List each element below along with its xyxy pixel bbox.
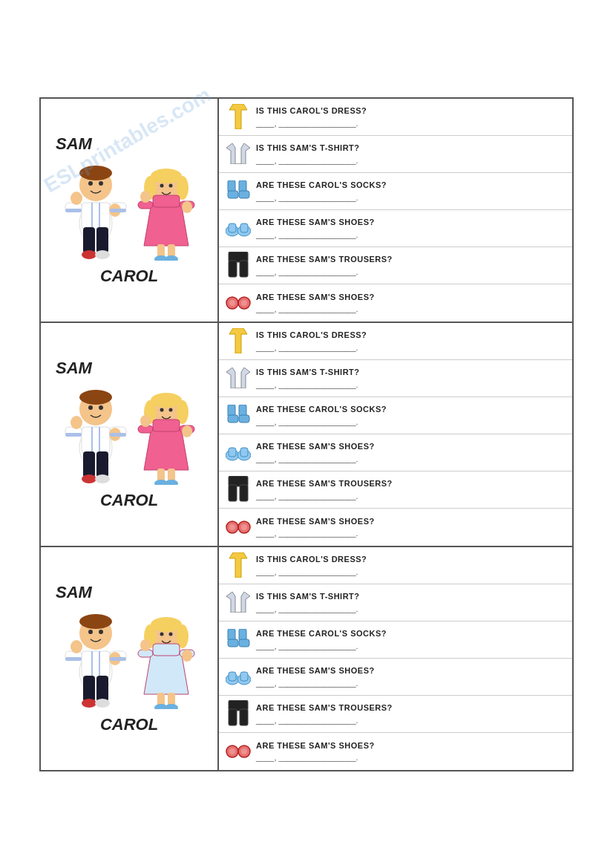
question-row-2: IS THIS SAM'S T-SHIRT? xyxy=(219,584,572,621)
svg-marker-141 xyxy=(226,592,250,613)
svg-rect-13 xyxy=(96,227,108,253)
question-row-5: ARE THESE SAM'S TROUSERS? xyxy=(219,696,572,733)
question-text: ARE THESE SAM'S SHOES? xyxy=(256,441,566,463)
svg-point-57 xyxy=(99,405,103,410)
question-text: ARE THESE SAM'S SHOES? xyxy=(256,217,566,238)
svg-point-110 xyxy=(99,630,103,634)
worksheet: ESLprintables.comSAM xyxy=(39,97,574,771)
answer-blank xyxy=(256,492,566,500)
question-label: IS THIS CAROL'S DRESS? xyxy=(256,105,566,117)
svg-rect-69 xyxy=(65,433,82,437)
dress-icon xyxy=(225,327,252,354)
question-label: ARE THESE SAM'S SHOES? xyxy=(256,665,566,676)
svg-rect-39 xyxy=(239,191,249,198)
svg-rect-123 xyxy=(110,657,126,661)
svg-point-23 xyxy=(169,183,173,187)
question-row-5: ARE THESE SAM'S TROUSERS? xyxy=(219,247,572,284)
dress-icon xyxy=(225,103,252,130)
question-text: ARE THESE SAM'S SHOES? xyxy=(256,516,566,538)
answer-blank xyxy=(256,753,566,762)
girl-character xyxy=(137,388,196,488)
right-panel-2: IS THIS CAROL'S DRESS? IS THIS SAM'S T-S… xyxy=(219,323,572,546)
svg-rect-50 xyxy=(237,301,239,304)
svg-marker-77 xyxy=(144,427,189,470)
svg-point-139 xyxy=(165,704,178,709)
socks-icon xyxy=(225,177,252,204)
svg-marker-130 xyxy=(144,651,189,694)
question-label: ARE THESE SAM'S TROUSERS? xyxy=(256,702,566,714)
trousers-icon xyxy=(225,476,252,503)
question-row-4: ARE THESE SAM'S SHOES? xyxy=(219,659,572,696)
svg-rect-156 xyxy=(237,750,239,753)
answer-blank xyxy=(256,267,566,276)
carol-label: CAROL xyxy=(100,491,158,510)
svg-point-76 xyxy=(169,408,173,411)
svg-rect-94 xyxy=(229,448,236,457)
question-text: IS THIS CAROL'S DRESS? xyxy=(256,330,566,351)
question-label: ARE THESE CAROL'S SOCKS? xyxy=(256,180,566,191)
answer-blank xyxy=(256,567,566,576)
question-label: ARE THESE SAM'S SHOES? xyxy=(256,516,566,527)
question-row-1: IS THIS CAROL'S DRESS? xyxy=(219,547,572,584)
svg-point-56 xyxy=(88,405,93,410)
answer-blank xyxy=(256,304,566,313)
goggles-icon xyxy=(225,738,252,765)
answer-blank xyxy=(256,716,566,725)
svg-point-135 xyxy=(182,650,192,662)
question-row-3: ARE THESE CAROL'S SOCKS? xyxy=(219,621,572,659)
svg-rect-12 xyxy=(83,227,95,253)
question-row-4: ARE THESE SAM'S SHOES? xyxy=(219,210,572,247)
right-panel-3: IS THIS CAROL'S DRESS? IS THIS SAM'S T-S… xyxy=(219,547,572,770)
question-row-2: IS THIS SAM'S T-SHIRT? xyxy=(219,360,572,397)
svg-rect-70 xyxy=(110,433,126,437)
sam-label: SAM xyxy=(56,134,92,154)
svg-rect-46 xyxy=(240,261,248,277)
svg-rect-41 xyxy=(229,223,236,232)
question-row-3: ARE THESE CAROL'S SOCKS? xyxy=(219,397,572,434)
sam-label: SAM xyxy=(56,583,92,602)
question-label: ARE THESE CAROL'S SOCKS? xyxy=(256,404,566,415)
carol-label: CAROL xyxy=(100,715,158,734)
svg-point-29 xyxy=(182,201,192,213)
svg-rect-17 xyxy=(110,209,126,212)
trousers-icon xyxy=(225,252,252,278)
svg-rect-96 xyxy=(240,448,248,457)
answer-blank xyxy=(256,193,566,202)
svg-marker-140 xyxy=(229,552,247,578)
svg-point-10 xyxy=(71,192,82,205)
svg-point-81 xyxy=(140,415,151,427)
svg-rect-98 xyxy=(229,485,237,501)
trousers-icon xyxy=(225,700,252,727)
question-text: ARE THESE SAM'S SHOES? xyxy=(256,292,566,313)
svg-rect-119 xyxy=(96,676,108,702)
goggles-icon xyxy=(225,290,252,316)
svg-point-2 xyxy=(79,166,112,180)
question-text: IS THIS CAROL'S DRESS? xyxy=(256,554,566,575)
svg-rect-45 xyxy=(229,261,237,277)
answer-blank xyxy=(256,230,566,239)
question-label: ARE THESE SAM'S TROUSERS? xyxy=(256,254,566,265)
svg-point-52 xyxy=(241,300,247,306)
question-label: IS THIS SAM'S T-SHIRT? xyxy=(256,591,566,602)
svg-marker-24 xyxy=(144,203,189,246)
question-text: ARE THESE CAROL'S SOCKS? xyxy=(256,628,566,650)
svg-rect-16 xyxy=(65,209,82,212)
question-text: ARE THESE SAM'S SHOES? xyxy=(256,665,566,687)
section-2: SAM xyxy=(41,323,572,547)
sam-label: SAM xyxy=(56,359,92,378)
svg-rect-152 xyxy=(240,709,248,725)
question-row-5: ARE THESE SAM'S TROUSERS? xyxy=(219,471,572,509)
svg-rect-25 xyxy=(153,195,180,207)
svg-rect-111 xyxy=(82,651,110,677)
svg-point-86 xyxy=(165,480,178,485)
tshirt-icon xyxy=(225,140,252,167)
section-3: SAM xyxy=(41,547,572,770)
girl-character xyxy=(137,164,196,264)
question-row-6: ARE THESE SAM'S SHOES? xyxy=(219,284,572,322)
svg-point-68 xyxy=(95,474,110,483)
question-text: ARE THESE SAM'S TROUSERS? xyxy=(256,478,566,500)
question-text: IS THIS SAM'S T-SHIRT? xyxy=(256,143,566,164)
svg-point-158 xyxy=(241,748,247,754)
question-row-6: ARE THESE SAM'S SHOES? xyxy=(219,733,572,770)
svg-point-14 xyxy=(82,250,96,259)
